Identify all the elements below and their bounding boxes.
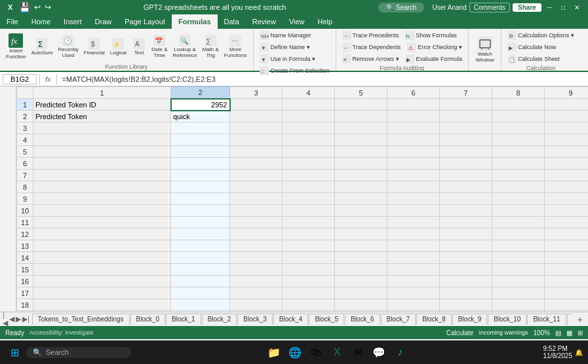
row-number[interactable]: 4 bbox=[17, 134, 33, 146]
row-number[interactable]: 1 bbox=[17, 99, 33, 111]
sheet-tab[interactable]: Block_9 bbox=[452, 314, 488, 325]
calculation-options-button[interactable]: ⚙ Calculation Options ▾ bbox=[505, 30, 576, 41]
row-number[interactable]: 12 bbox=[17, 228, 33, 240]
use-in-formula-button[interactable]: ▼ Use in Formula ▾ bbox=[258, 54, 318, 64]
cell[interactable] bbox=[387, 111, 440, 122]
tab-formulas[interactable]: Formulas bbox=[172, 14, 218, 29]
cell[interactable] bbox=[545, 276, 589, 287]
cell[interactable] bbox=[335, 181, 387, 193]
cell[interactable] bbox=[335, 158, 387, 170]
cell[interactable] bbox=[230, 205, 283, 217]
sheet-tab[interactable]: Tokens_to_Text_Embeddings bbox=[32, 314, 130, 325]
cell[interactable] bbox=[335, 193, 387, 205]
minimize-button[interactable]: ─ bbox=[544, 4, 555, 11]
cell[interactable] bbox=[283, 228, 335, 240]
cell[interactable] bbox=[283, 217, 335, 228]
cell[interactable] bbox=[171, 193, 230, 205]
cell[interactable] bbox=[33, 299, 171, 311]
insert-function-button[interactable]: fx InsertFunction bbox=[4, 33, 28, 60]
sheet-tab[interactable]: Block_8 bbox=[416, 314, 452, 325]
sheet-tab[interactable]: Block_1 bbox=[166, 314, 201, 325]
sheet-tab[interactable]: Block_6 bbox=[345, 314, 380, 325]
cell[interactable] bbox=[335, 134, 387, 146]
row-number[interactable]: 3 bbox=[17, 122, 33, 134]
cell[interactable] bbox=[33, 193, 171, 205]
tab-page-layout[interactable]: Page Layout bbox=[118, 14, 172, 29]
tab-nav-right[interactable]: ▶ bbox=[16, 315, 21, 323]
tab-view[interactable]: View bbox=[283, 14, 311, 29]
cell[interactable] bbox=[335, 276, 387, 287]
col-header-7[interactable]: 7 bbox=[440, 87, 492, 99]
cell[interactable] bbox=[171, 170, 230, 181]
comments-button[interactable]: Comments bbox=[469, 3, 510, 12]
cell[interactable] bbox=[387, 228, 440, 240]
cell[interactable] bbox=[492, 146, 545, 158]
cell[interactable] bbox=[335, 99, 387, 111]
quick-access-save[interactable]: 💾 bbox=[19, 2, 30, 12]
evaluate-formula-button[interactable]: ▶ Evaluate Formula bbox=[404, 54, 465, 64]
sheet-tab[interactable]: Block_4 bbox=[273, 314, 309, 325]
cell[interactable] bbox=[387, 181, 440, 193]
cell[interactable] bbox=[335, 111, 387, 122]
row-number[interactable]: 6 bbox=[17, 158, 33, 170]
sheet-tab[interactable]: Block_7 bbox=[381, 314, 416, 325]
cell[interactable] bbox=[283, 99, 335, 111]
cell[interactable] bbox=[335, 311, 387, 312]
cell[interactable] bbox=[440, 287, 492, 299]
cell[interactable] bbox=[440, 252, 492, 264]
cell[interactable] bbox=[283, 287, 335, 299]
cell[interactable] bbox=[387, 287, 440, 299]
cell[interactable]: 2952 bbox=[171, 99, 230, 111]
cell[interactable] bbox=[230, 99, 283, 111]
remove-arrows-button[interactable]: ✕ Remove Arrows ▾ bbox=[340, 54, 401, 64]
cell[interactable] bbox=[440, 99, 492, 111]
cell[interactable] bbox=[230, 287, 283, 299]
quick-access-redo[interactable]: ↪ bbox=[45, 3, 51, 12]
cell[interactable] bbox=[545, 299, 589, 311]
cell[interactable] bbox=[283, 264, 335, 276]
cell[interactable] bbox=[492, 193, 545, 205]
cell[interactable] bbox=[33, 122, 171, 134]
cell[interactable] bbox=[545, 205, 589, 217]
cell[interactable] bbox=[33, 146, 171, 158]
tab-insert[interactable]: Insert bbox=[57, 14, 88, 29]
cell[interactable] bbox=[492, 299, 545, 311]
cell[interactable] bbox=[440, 276, 492, 287]
grid-container[interactable]: 1 2 3 4 5 6 7 8 9 1Predicted Token ID295… bbox=[16, 86, 588, 312]
cell[interactable] bbox=[283, 193, 335, 205]
maximize-button[interactable]: □ bbox=[558, 4, 568, 11]
cell[interactable] bbox=[492, 252, 545, 264]
start-button[interactable]: ⊞ bbox=[5, 343, 24, 361]
sheet-tab[interactable]: Block_10 bbox=[488, 314, 526, 325]
cell[interactable] bbox=[283, 170, 335, 181]
formula-input[interactable] bbox=[60, 75, 585, 83]
cell[interactable] bbox=[283, 252, 335, 264]
sheet-tab[interactable]: Block_3 bbox=[237, 314, 273, 325]
cell[interactable] bbox=[335, 240, 387, 252]
cell[interactable] bbox=[387, 264, 440, 276]
cell[interactable] bbox=[440, 228, 492, 240]
cell[interactable] bbox=[171, 134, 230, 146]
cell[interactable] bbox=[171, 287, 230, 299]
row-number[interactable]: 11 bbox=[17, 217, 33, 228]
cell[interactable] bbox=[283, 158, 335, 170]
cell[interactable] bbox=[171, 311, 230, 312]
col-header-3[interactable]: 3 bbox=[230, 87, 283, 99]
logical-button[interactable]: ⚡ Logical bbox=[108, 37, 128, 56]
sheet-tab[interactable]: Block_0 bbox=[130, 314, 166, 325]
view-normal[interactable]: ▤ bbox=[555, 329, 561, 337]
row-number[interactable]: 2 bbox=[17, 111, 33, 122]
cell[interactable] bbox=[387, 146, 440, 158]
taskbar-edge[interactable]: 🌐 bbox=[286, 343, 304, 361]
cell[interactable] bbox=[230, 158, 283, 170]
cell[interactable]: Predicted Token ID bbox=[33, 99, 171, 111]
cell[interactable] bbox=[545, 240, 589, 252]
cell[interactable] bbox=[492, 240, 545, 252]
cell[interactable] bbox=[440, 146, 492, 158]
cell[interactable] bbox=[545, 170, 589, 181]
cell[interactable] bbox=[230, 264, 283, 276]
tab-draw[interactable]: Draw bbox=[88, 14, 119, 29]
recently-used-button[interactable]: 🕐 RecentlyUsed bbox=[56, 34, 81, 59]
calculate-sheet-button[interactable]: 📋 Calculate Sheet bbox=[505, 54, 562, 64]
cell[interactable] bbox=[171, 252, 230, 264]
